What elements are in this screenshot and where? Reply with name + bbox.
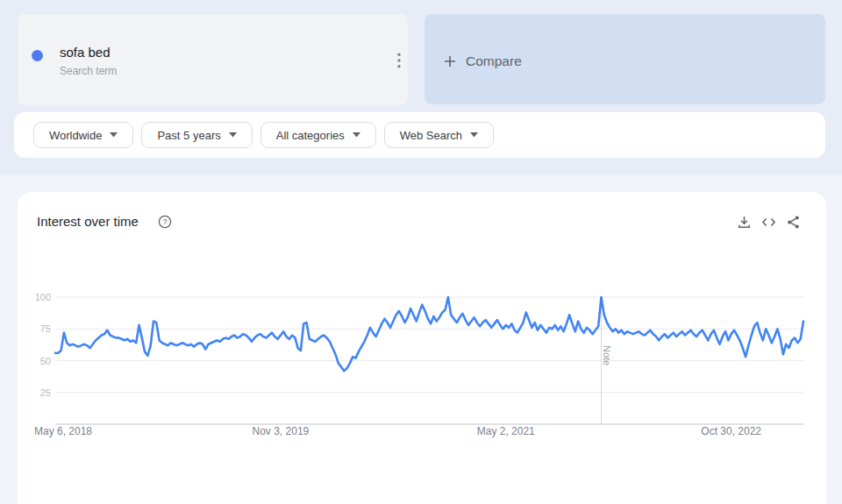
y-tick-label: 100 — [35, 292, 51, 302]
interest-over-time-card: Interest over time ? 255075100NoteMay — [18, 192, 826, 504]
share-icon[interactable] — [786, 215, 801, 230]
filter-property-dropdown[interactable]: Web Search — [384, 122, 494, 148]
help-icon[interactable]: ? — [158, 215, 172, 229]
filter-geo-label: Worldwide — [49, 129, 102, 142]
filter-property-label: Web Search — [400, 129, 462, 142]
download-icon[interactable] — [737, 215, 752, 230]
filter-pill-row: Worldwide Past 5 years All categories We… — [33, 122, 494, 148]
filter-bar: Worldwide Past 5 years All categories We… — [14, 112, 825, 158]
filter-category-label: All categories — [276, 129, 345, 142]
series-color-dot — [32, 50, 43, 61]
embed-icon[interactable] — [761, 215, 776, 230]
search-term-type: Search term — [60, 65, 117, 77]
kebab-menu-icon[interactable] — [393, 49, 405, 72]
chevron-down-icon — [229, 132, 237, 138]
filter-time-dropdown[interactable]: Past 5 years — [141, 122, 252, 148]
interest-chart[interactable]: 255075100NoteMay 6, 2018Nov 3, 2019May 2… — [18, 263, 826, 504]
filter-category-dropdown[interactable]: All categories — [260, 122, 376, 148]
filter-geo-dropdown[interactable]: Worldwide — [33, 122, 133, 148]
search-term-card[interactable]: sofa bed Search term — [18, 14, 408, 105]
x-tick-label: May 6, 2018 — [34, 425, 92, 437]
x-tick-label: Nov 3, 2019 — [253, 425, 310, 437]
chart-action-bar — [737, 215, 801, 230]
add-comparison-card[interactable]: Compare — [425, 14, 825, 104]
x-tick-label: May 2, 2021 — [477, 425, 535, 437]
trend-line[interactable] — [55, 297, 803, 371]
chevron-down-icon — [110, 132, 118, 138]
y-tick-label: 75 — [40, 323, 51, 334]
chart-title: Interest over time — [37, 214, 139, 229]
compare-label: Compare — [466, 53, 522, 69]
x-tick-label: Oct 30, 2022 — [701, 425, 761, 437]
y-tick-label: 25 — [40, 387, 51, 398]
chevron-down-icon — [470, 132, 478, 138]
search-term-label: sofa bed — [60, 45, 111, 60]
chevron-down-icon — [353, 132, 360, 138]
plus-icon — [443, 54, 457, 68]
filter-time-label: Past 5 years — [157, 129, 220, 142]
y-tick-label: 50 — [40, 356, 51, 366]
note-marker-label[interactable]: Note — [602, 345, 612, 366]
svg-text:?: ? — [162, 217, 167, 226]
